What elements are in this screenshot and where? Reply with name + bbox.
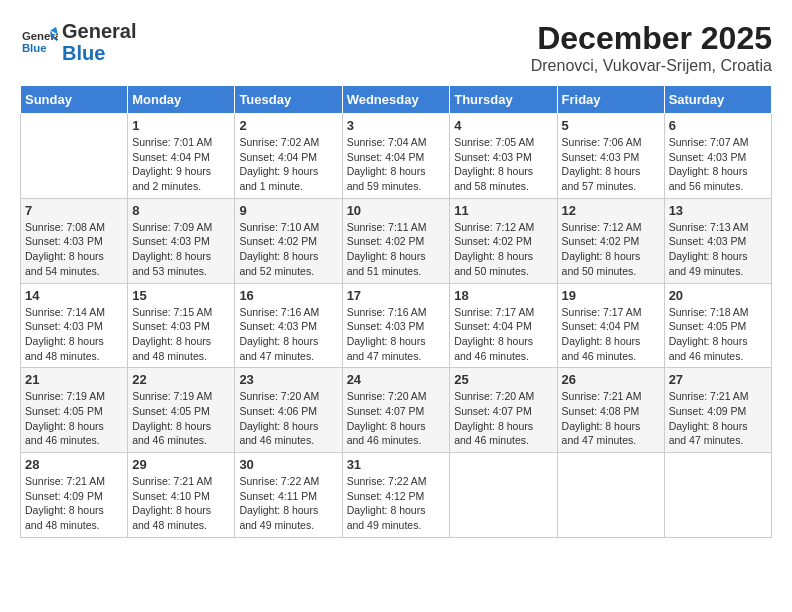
sunset-label: Sunset: 4:02 PM xyxy=(239,235,317,247)
day-number: 3 xyxy=(347,118,446,133)
sunset-label: Sunset: 4:09 PM xyxy=(669,405,747,417)
sunrise-label: Sunrise: 7:11 AM xyxy=(347,221,427,233)
sunrise-label: Sunrise: 7:13 AM xyxy=(669,221,749,233)
day-info: Sunrise: 7:10 AM Sunset: 4:02 PM Dayligh… xyxy=(239,220,337,279)
day-info: Sunrise: 7:21 AM Sunset: 4:08 PM Dayligh… xyxy=(562,389,660,448)
daylight-label: Daylight: 8 hours and 48 minutes. xyxy=(25,504,104,531)
day-number: 14 xyxy=(25,288,123,303)
day-number: 17 xyxy=(347,288,446,303)
day-number: 15 xyxy=(132,288,230,303)
calendar-cell: 10 Sunrise: 7:11 AM Sunset: 4:02 PM Dayl… xyxy=(342,198,450,283)
sunrise-label: Sunrise: 7:20 AM xyxy=(239,390,319,402)
daylight-label: Daylight: 8 hours and 50 minutes. xyxy=(562,250,641,277)
daylight-label: Daylight: 8 hours and 52 minutes. xyxy=(239,250,318,277)
sunrise-label: Sunrise: 7:16 AM xyxy=(347,306,427,318)
daylight-label: Daylight: 8 hours and 47 minutes. xyxy=(562,420,641,447)
day-info: Sunrise: 7:02 AM Sunset: 4:04 PM Dayligh… xyxy=(239,135,337,194)
calendar-table: SundayMondayTuesdayWednesdayThursdayFrid… xyxy=(20,85,772,538)
sunset-label: Sunset: 4:02 PM xyxy=(347,235,425,247)
calendar-cell: 4 Sunrise: 7:05 AM Sunset: 4:03 PM Dayli… xyxy=(450,114,557,199)
calendar-cell: 2 Sunrise: 7:02 AM Sunset: 4:04 PM Dayli… xyxy=(235,114,342,199)
daylight-label: Daylight: 9 hours and 2 minutes. xyxy=(132,165,211,192)
calendar-cell: 19 Sunrise: 7:17 AM Sunset: 4:04 PM Dayl… xyxy=(557,283,664,368)
calendar-cell: 28 Sunrise: 7:21 AM Sunset: 4:09 PM Dayl… xyxy=(21,453,128,538)
calendar-cell: 3 Sunrise: 7:04 AM Sunset: 4:04 PM Dayli… xyxy=(342,114,450,199)
sunset-label: Sunset: 4:06 PM xyxy=(239,405,317,417)
logo-line2: Blue xyxy=(62,42,136,64)
daylight-label: Daylight: 9 hours and 1 minute. xyxy=(239,165,318,192)
day-number: 20 xyxy=(669,288,767,303)
day-info: Sunrise: 7:04 AM Sunset: 4:04 PM Dayligh… xyxy=(347,135,446,194)
sunrise-label: Sunrise: 7:07 AM xyxy=(669,136,749,148)
sunrise-label: Sunrise: 7:04 AM xyxy=(347,136,427,148)
day-info: Sunrise: 7:14 AM Sunset: 4:03 PM Dayligh… xyxy=(25,305,123,364)
logo: General Blue General Blue xyxy=(20,20,136,64)
daylight-label: Daylight: 8 hours and 46 minutes. xyxy=(25,420,104,447)
daylight-label: Daylight: 8 hours and 47 minutes. xyxy=(669,420,748,447)
sunset-label: Sunset: 4:04 PM xyxy=(347,151,425,163)
daylight-label: Daylight: 8 hours and 48 minutes. xyxy=(132,504,211,531)
day-number: 30 xyxy=(239,457,337,472)
header-day-tuesday: Tuesday xyxy=(235,86,342,114)
day-number: 12 xyxy=(562,203,660,218)
day-info: Sunrise: 7:16 AM Sunset: 4:03 PM Dayligh… xyxy=(239,305,337,364)
day-number: 9 xyxy=(239,203,337,218)
sunrise-label: Sunrise: 7:02 AM xyxy=(239,136,319,148)
sunset-label: Sunset: 4:09 PM xyxy=(25,490,103,502)
sunset-label: Sunset: 4:03 PM xyxy=(562,151,640,163)
day-info: Sunrise: 7:08 AM Sunset: 4:03 PM Dayligh… xyxy=(25,220,123,279)
daylight-label: Daylight: 8 hours and 58 minutes. xyxy=(454,165,533,192)
svg-text:Blue: Blue xyxy=(22,42,47,54)
day-number: 5 xyxy=(562,118,660,133)
sunset-label: Sunset: 4:12 PM xyxy=(347,490,425,502)
day-info: Sunrise: 7:19 AM Sunset: 4:05 PM Dayligh… xyxy=(25,389,123,448)
day-info: Sunrise: 7:21 AM Sunset: 4:09 PM Dayligh… xyxy=(25,474,123,533)
daylight-label: Daylight: 8 hours and 49 minutes. xyxy=(239,504,318,531)
sunset-label: Sunset: 4:04 PM xyxy=(239,151,317,163)
day-info: Sunrise: 7:22 AM Sunset: 4:11 PM Dayligh… xyxy=(239,474,337,533)
day-info: Sunrise: 7:06 AM Sunset: 4:03 PM Dayligh… xyxy=(562,135,660,194)
sunrise-label: Sunrise: 7:22 AM xyxy=(347,475,427,487)
sunset-label: Sunset: 4:03 PM xyxy=(132,235,210,247)
sunset-label: Sunset: 4:03 PM xyxy=(132,320,210,332)
sunrise-label: Sunrise: 7:08 AM xyxy=(25,221,105,233)
sunrise-label: Sunrise: 7:12 AM xyxy=(562,221,642,233)
sunset-label: Sunset: 4:07 PM xyxy=(454,405,532,417)
sunset-label: Sunset: 4:05 PM xyxy=(132,405,210,417)
sunset-label: Sunset: 4:08 PM xyxy=(562,405,640,417)
calendar-cell: 13 Sunrise: 7:13 AM Sunset: 4:03 PM Dayl… xyxy=(664,198,771,283)
calendar-cell: 25 Sunrise: 7:20 AM Sunset: 4:07 PM Dayl… xyxy=(450,368,557,453)
calendar-cell xyxy=(450,453,557,538)
sunrise-label: Sunrise: 7:05 AM xyxy=(454,136,534,148)
sunset-label: Sunset: 4:02 PM xyxy=(454,235,532,247)
calendar-cell: 18 Sunrise: 7:17 AM Sunset: 4:04 PM Dayl… xyxy=(450,283,557,368)
calendar-cell: 22 Sunrise: 7:19 AM Sunset: 4:05 PM Dayl… xyxy=(128,368,235,453)
header-day-saturday: Saturday xyxy=(664,86,771,114)
day-info: Sunrise: 7:20 AM Sunset: 4:07 PM Dayligh… xyxy=(347,389,446,448)
day-info: Sunrise: 7:20 AM Sunset: 4:07 PM Dayligh… xyxy=(454,389,552,448)
day-info: Sunrise: 7:22 AM Sunset: 4:12 PM Dayligh… xyxy=(347,474,446,533)
sunrise-label: Sunrise: 7:15 AM xyxy=(132,306,212,318)
header-day-thursday: Thursday xyxy=(450,86,557,114)
sunrise-label: Sunrise: 7:21 AM xyxy=(562,390,642,402)
day-info: Sunrise: 7:21 AM Sunset: 4:10 PM Dayligh… xyxy=(132,474,230,533)
calendar-cell: 1 Sunrise: 7:01 AM Sunset: 4:04 PM Dayli… xyxy=(128,114,235,199)
header-day-friday: Friday xyxy=(557,86,664,114)
day-number: 27 xyxy=(669,372,767,387)
day-number: 11 xyxy=(454,203,552,218)
day-number: 28 xyxy=(25,457,123,472)
header-day-sunday: Sunday xyxy=(21,86,128,114)
sunrise-label: Sunrise: 7:14 AM xyxy=(25,306,105,318)
daylight-label: Daylight: 8 hours and 47 minutes. xyxy=(239,335,318,362)
logo-icon: General Blue xyxy=(20,23,58,61)
calendar-cell: 31 Sunrise: 7:22 AM Sunset: 4:12 PM Dayl… xyxy=(342,453,450,538)
day-number: 26 xyxy=(562,372,660,387)
sunset-label: Sunset: 4:03 PM xyxy=(454,151,532,163)
daylight-label: Daylight: 8 hours and 46 minutes. xyxy=(454,420,533,447)
sunset-label: Sunset: 4:04 PM xyxy=(454,320,532,332)
day-number: 8 xyxy=(132,203,230,218)
sunrise-label: Sunrise: 7:06 AM xyxy=(562,136,642,148)
calendar-cell: 20 Sunrise: 7:18 AM Sunset: 4:05 PM Dayl… xyxy=(664,283,771,368)
daylight-label: Daylight: 8 hours and 47 minutes. xyxy=(347,335,426,362)
day-number: 1 xyxy=(132,118,230,133)
